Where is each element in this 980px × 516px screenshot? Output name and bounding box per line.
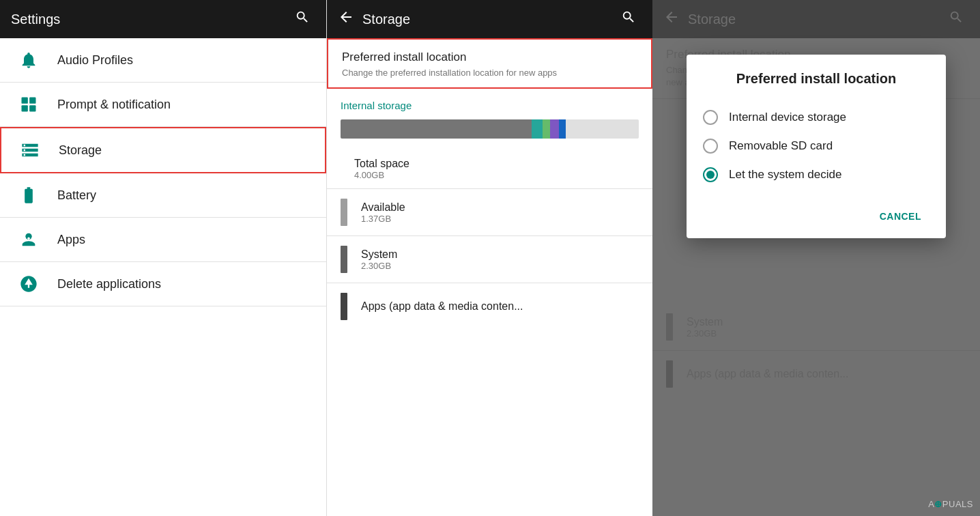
dialog-cancel-button[interactable]: CANCEL: [871, 205, 929, 227]
dialog-title: Preferred install location: [703, 71, 929, 87]
apps-color-bar: [341, 293, 347, 320]
recycle-icon: [16, 274, 41, 293]
svg-rect-3: [29, 105, 35, 111]
total-space-label: Total space: [354, 158, 625, 170]
bar-teal: [532, 119, 543, 139]
storage-system-item: System 2.30GB: [327, 235, 652, 283]
total-space-value: 4.00GB: [354, 170, 625, 180]
dialog-option-sd-label: Removable SD card: [729, 139, 833, 153]
storage-bar: [341, 119, 639, 139]
internal-storage-section: Internal storage Total space 4.00GB: [327, 89, 652, 188]
sidebar-item-label-storage: Storage: [59, 143, 102, 158]
preferred-install-dialog: Preferred install location Internal devi…: [687, 55, 946, 238]
apps-name: Apps (app data & media conten...: [361, 300, 639, 313]
settings-list: Audio Profiles Prompt & notification Sto…: [0, 38, 326, 516]
sidebar-item-label-battery: Battery: [57, 188, 96, 203]
total-space-section: Total space 4.00GB: [341, 149, 639, 180]
storage-system-info: System 2.30GB: [361, 248, 639, 271]
storage-available-info: Available 1.37GB: [361, 201, 639, 224]
pref-install-subtitle: Change the preferred installation locati…: [342, 67, 637, 79]
radio-system: [703, 167, 718, 182]
dialog-actions: CANCEL: [703, 200, 929, 233]
bar-purple: [550, 119, 559, 139]
internal-storage-label: Internal storage: [341, 100, 639, 111]
settings-title: Settings: [11, 12, 289, 27]
battery-icon: [16, 186, 41, 205]
preferred-install-section[interactable]: Preferred install location Change the pr…: [327, 38, 652, 89]
pref-install-title: Preferred install location: [342, 51, 637, 64]
available-size: 1.37GB: [361, 214, 639, 224]
settings-search-icon[interactable]: [289, 4, 315, 34]
bell-icon: [16, 51, 41, 70]
settings-toolbar: Settings: [0, 0, 326, 38]
dialog-option-internal-label: Internal device storage: [729, 111, 846, 124]
sidebar-item-label-prompt: Prompt & notification: [57, 98, 171, 112]
sidebar-item-audio[interactable]: Audio Profiles: [0, 38, 326, 83]
sidebar-item-label-delete: Delete applications: [57, 277, 161, 291]
sidebar-item-delete[interactable]: Delete applications: [0, 262, 326, 306]
bar-blue: [559, 119, 566, 139]
settings-panel: Settings Audio Profiles Prompt & notific…: [0, 0, 326, 516]
prompt-icon: [16, 95, 41, 114]
storage-toolbar: Storage: [327, 0, 652, 38]
dialog-option-sd[interactable]: Removable SD card: [703, 132, 929, 160]
radio-system-dot: [706, 171, 715, 179]
bar-available: [566, 119, 639, 139]
storage-panel: Storage Preferred install location Chang…: [326, 0, 652, 516]
sidebar-item-apps[interactable]: Apps: [0, 218, 326, 262]
storage-dialog-panel: Storage Preferred install location Chang…: [652, 0, 980, 516]
bar-used: [341, 119, 532, 139]
svg-rect-1: [29, 98, 35, 104]
sidebar-item-storage[interactable]: Storage: [0, 127, 326, 173]
watermark: A⊕PUALS: [928, 499, 973, 509]
svg-rect-0: [22, 98, 28, 104]
apps-icon: [16, 230, 41, 249]
dialog-option-system[interactable]: Let the system decide: [703, 160, 929, 189]
svg-point-5: [27, 238, 30, 240]
sidebar-item-battery[interactable]: Battery: [0, 173, 326, 218]
storage-title: Storage: [362, 12, 616, 27]
dialog-option-system-label: Let the system decide: [729, 168, 841, 182]
radio-sd: [703, 139, 718, 154]
storage-search-icon[interactable]: [616, 4, 642, 34]
bar-green: [543, 119, 550, 139]
svg-rect-2: [22, 105, 28, 111]
dialog-option-internal[interactable]: Internal device storage: [703, 103, 929, 132]
system-color-bar: [341, 246, 347, 273]
sidebar-item-prompt[interactable]: Prompt & notification: [0, 83, 326, 127]
storage-icon: [18, 141, 42, 160]
available-color-bar: [341, 199, 347, 226]
sidebar-item-label-apps: Apps: [57, 233, 85, 247]
sidebar-item-label-audio: Audio Profiles: [57, 53, 133, 68]
storage-content: Preferred install location Change the pr…: [327, 38, 652, 516]
radio-internal: [703, 110, 718, 125]
system-size: 2.30GB: [361, 261, 639, 271]
available-name: Available: [361, 201, 639, 214]
storage-back-icon[interactable]: [338, 9, 354, 29]
watermark-text: A⊕PUALS: [928, 499, 973, 509]
dialog-overlay: Preferred install location Internal devi…: [652, 0, 980, 516]
storage-available-item: Available 1.37GB: [327, 188, 652, 235]
storage-apps-item: Apps (app data & media conten...: [327, 283, 652, 330]
system-name: System: [361, 248, 639, 261]
storage-apps-info: Apps (app data & media conten...: [361, 300, 639, 313]
